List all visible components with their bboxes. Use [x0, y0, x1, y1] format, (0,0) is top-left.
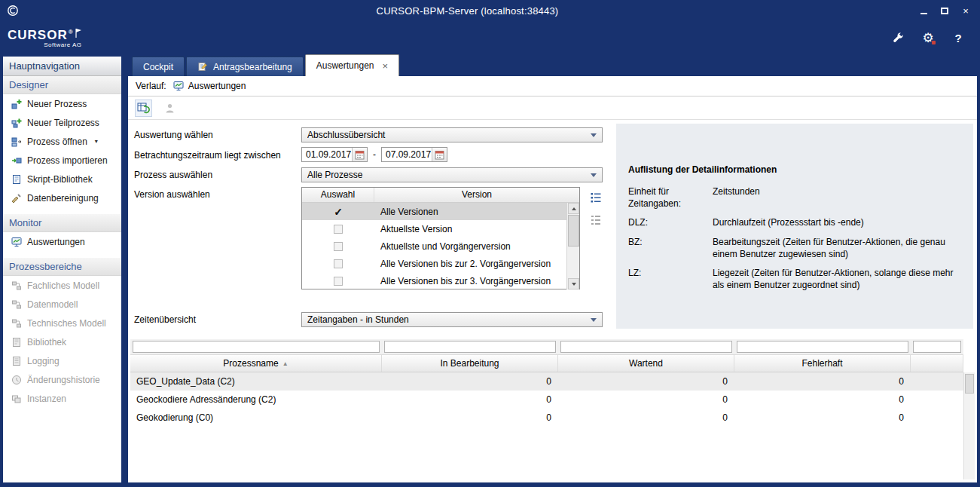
maximize-button[interactable]: [936, 4, 953, 17]
calendar-button[interactable]: [432, 148, 447, 161]
cell-wartend: 0: [558, 391, 734, 409]
refresh-report-button[interactable]: [135, 100, 152, 117]
sidebar-item-prozess-importieren[interactable]: Prozess importieren: [3, 151, 121, 170]
select-all-list-button[interactable]: [589, 191, 603, 204]
sidebar-item-datenmodell[interactable]: Datenmodell: [3, 295, 121, 314]
deselect-list-button[interactable]: [589, 213, 603, 227]
sidebar-item-neuer-prozess[interactable]: Neuer Prozess: [3, 94, 121, 113]
version-scrollbar[interactable]: [566, 203, 579, 289]
cursor-logo: CURSOR® Software AG: [8, 28, 82, 48]
tab-auswertungen[interactable]: Auswertungen ×: [305, 54, 399, 76]
prozess-select[interactable]: Alle Prozesse: [301, 167, 603, 182]
list-icon: [590, 191, 602, 204]
result-table: Prozessname ▲ In Bearbeitung Wartend Feh…: [130, 339, 975, 479]
sidebar-item-prozess-oeffnen[interactable]: Prozess öffnen ▾: [3, 132, 121, 151]
column-header-fehlerhaft[interactable]: Fehlerhaft: [734, 355, 911, 372]
close-button[interactable]: ×: [957, 4, 974, 17]
column-header-in-bearbeitung[interactable]: In Bearbeitung: [382, 355, 558, 372]
calendar-button[interactable]: [352, 148, 367, 161]
instances-icon: [11, 393, 22, 404]
table-row[interactable]: Geokodierung (C0) 0 0 0: [130, 409, 963, 427]
checkbox-icon[interactable]: [334, 277, 343, 286]
auswertung-select[interactable]: Abschlussübersicht: [301, 127, 603, 142]
date-range-separator: -: [373, 149, 376, 160]
cell-fehlerhaft: 0: [734, 372, 911, 391]
version-table: Auswahl Version ✓ Alle Versionen Aktuell…: [301, 187, 580, 289]
version-row[interactable]: Alle Versionen bis zur 2. Vorgängerversi…: [302, 255, 566, 272]
column-header-wartend[interactable]: Wartend: [558, 355, 734, 372]
cell-prozessname: GEO_Update_Data (C2): [130, 372, 382, 391]
date-to-field: 07.09.2017: [381, 147, 447, 162]
sidebar-item-bibliothek[interactable]: Bibliothek: [3, 332, 121, 351]
tab-close-icon[interactable]: ×: [382, 61, 388, 71]
prozess-value: Alle Prozesse: [307, 170, 591, 180]
export-user-button[interactable]: [161, 100, 179, 117]
sidebar-item-label: Datenmodell: [27, 299, 78, 310]
version-row[interactable]: Alle Versionen bis zur 3. Vorgängerversi…: [302, 272, 566, 289]
checkbox-icon[interactable]: [334, 242, 343, 251]
tab-antragsbearbeitung[interactable]: Antragsbearbeitung: [186, 57, 304, 76]
cell-prozessname: Geokodierung (C0): [130, 409, 382, 427]
info-desc: Durchlaufzeit (Prozessstart bis -ende): [713, 216, 961, 228]
cell-in-bearbeitung: 0: [382, 409, 558, 427]
minimize-button[interactable]: [915, 4, 932, 17]
version-row-label: Alle Versionen: [374, 207, 566, 217]
checkbox-icon[interactable]: [334, 259, 343, 268]
wrench-icon[interactable]: [890, 29, 906, 46]
scrollbar-thumb[interactable]: [568, 215, 579, 247]
sidebar-item-fachliches-modell[interactable]: Fachliches Modell: [3, 276, 121, 295]
scroll-up-icon[interactable]: [568, 203, 579, 214]
table-refresh-icon: [137, 102, 150, 115]
cell-prozessname: Geockodiere Adressänderung (C2): [130, 391, 382, 409]
sidebar-item-logging[interactable]: Logging: [3, 351, 121, 370]
tab-cockpit[interactable]: Cockpit: [132, 57, 185, 76]
sidebar-item-skript-bibliothek[interactable]: Skript-Bibliothek: [3, 170, 121, 188]
date-to-input[interactable]: 07.09.2017: [382, 148, 432, 161]
date-from-input[interactable]: 01.09.2017: [302, 148, 352, 161]
version-col-version: Version: [374, 188, 579, 202]
sidebar-item-technisches-modell[interactable]: Technisches Modell: [3, 314, 121, 332]
checkbox-checked-icon[interactable]: ✓: [334, 207, 343, 216]
filter-input[interactable]: [560, 341, 732, 353]
sidebar-item-datenbereinigung[interactable]: Datenbereinigung: [3, 188, 121, 207]
header-toolbar: ⚙ ?: [890, 29, 966, 46]
sidebar-section-monitor: Monitor: [3, 214, 121, 232]
sidebar-item-auswertungen[interactable]: Auswertungen: [3, 232, 121, 251]
open-process-icon: [11, 136, 22, 147]
sidebar-item-aenderungshistorie[interactable]: Änderungshistorie: [3, 370, 121, 389]
model-icon: [11, 280, 22, 291]
table-row[interactable]: Geockodiere Adressänderung (C2) 0 0 0: [130, 391, 963, 409]
result-table-scrollbar[interactable]: [963, 372, 975, 479]
table-row[interactable]: GEO_Update_Data (C2) 0 0 0: [130, 372, 963, 391]
sidebar-item-label: Neuer Teilprozess: [27, 118, 99, 128]
sidebar-item-neuer-teilprozess[interactable]: Neuer Teilprozess: [3, 113, 121, 132]
library-icon: [11, 336, 22, 348]
version-row[interactable]: Aktuellste und Vorgängerversion: [302, 237, 566, 255]
version-row[interactable]: ✓ Alle Versionen: [302, 203, 566, 220]
filter-input[interactable]: [737, 341, 908, 353]
settings-gear-icon[interactable]: ⚙: [920, 29, 936, 46]
content-toolbar: [128, 96, 977, 120]
info-desc: Liegezeit (Zeiten für Benutzer-Aktionen,…: [713, 267, 961, 291]
zeiten-select[interactable]: Zeitangaben - in Stunden: [301, 312, 603, 327]
filter-input[interactable]: [133, 341, 380, 353]
import-process-icon: [11, 155, 22, 166]
registered-mark: ®: [69, 29, 74, 35]
scrollbar-thumb[interactable]: [965, 374, 974, 394]
new-process-icon: [11, 98, 22, 109]
checkbox-icon[interactable]: [334, 225, 343, 234]
logo-flag-icon: [75, 28, 82, 38]
version-row[interactable]: Aktuellste Version: [302, 220, 566, 237]
scroll-down-icon[interactable]: [568, 278, 579, 289]
info-entry: Einheit für Zeitangaben: Zeitstunden: [628, 185, 961, 210]
sidebar-item-label: Technisches Modell: [27, 318, 106, 329]
history-item-auswertungen[interactable]: Auswertungen: [173, 81, 246, 92]
auswertung-value: Abschlussübersicht: [307, 130, 591, 140]
sidebar-item-instanzen[interactable]: Instanzen: [3, 389, 121, 408]
column-label: In Bearbeitung: [440, 358, 499, 369]
help-icon[interactable]: ?: [950, 29, 966, 46]
filter-input[interactable]: [913, 341, 961, 353]
column-header-prozessname[interactable]: Prozessname ▲: [130, 355, 382, 372]
filter-input[interactable]: [384, 341, 556, 353]
version-row-label: Aktuellste Version: [374, 224, 566, 234]
